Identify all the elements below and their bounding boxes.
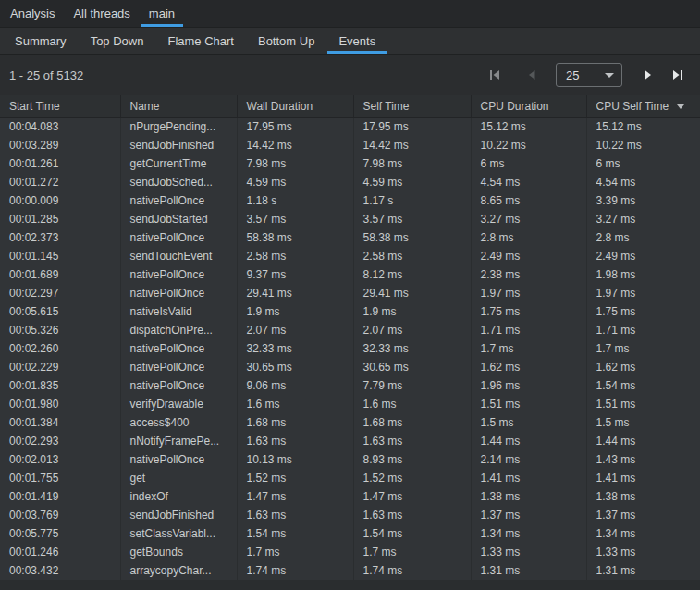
table-cell: 1.63 ms xyxy=(237,506,353,524)
table-cell: 00:04.083 xyxy=(0,117,120,136)
column-header-wall-duration[interactable]: Wall Duration xyxy=(237,95,353,117)
table-row[interactable]: 00:02.373nativePollOnce58.38 ms58.38 ms2… xyxy=(0,228,700,247)
table-cell: nativePollOnce xyxy=(120,358,237,376)
table-cell: 8.12 ms xyxy=(353,265,471,284)
table-cell: 1.54 ms xyxy=(237,524,353,543)
table-cell: 1.71 ms xyxy=(471,321,586,339)
table-cell: 1.17 s xyxy=(353,191,471,210)
table-row[interactable]: 00:01.755get1.52 ms1.52 ms1.41 ms1.41 ms xyxy=(0,469,700,487)
table-row[interactable]: 00:02.229nativePollOnce30.65 ms30.65 ms1… xyxy=(0,358,700,376)
chevron-down-icon xyxy=(605,73,614,78)
page-size-dropdown[interactable]: 25 xyxy=(556,63,622,87)
table-cell: 1.5 ms xyxy=(471,413,586,432)
table-cell: 1.97 ms xyxy=(586,284,700,302)
column-header-self-time[interactable]: Self Time xyxy=(353,95,471,117)
table-cell: 00:03.769 xyxy=(0,506,120,524)
tab-main[interactable]: main xyxy=(141,0,183,27)
table-cell: 30.65 ms xyxy=(237,358,353,376)
table-cell: 4.54 ms xyxy=(586,173,700,191)
table-row[interactable]: 00:01.689nativePollOnce9.37 ms8.12 ms2.3… xyxy=(0,265,700,284)
table-cell: nativePollOnce xyxy=(120,265,237,284)
table-row[interactable]: 00:00.009nativePollOnce1.18 s1.17 s8.65 … xyxy=(0,191,700,210)
table-cell: 17.95 ms xyxy=(353,117,471,136)
table-cell: 10.22 ms xyxy=(471,136,586,154)
table-cell: 00:02.260 xyxy=(0,339,120,358)
table-row[interactable]: 00:03.289sendJobFinished14.42 ms14.42 ms… xyxy=(0,136,700,154)
table-cell: 7.98 ms xyxy=(353,154,471,173)
table-cell: 00:00.009 xyxy=(0,191,120,210)
tab-all-threads[interactable]: All threads xyxy=(65,0,138,27)
table-cell: nativeIsValid xyxy=(120,302,237,321)
table-cell: 1.44 ms xyxy=(586,432,700,450)
table-cell: 1.6 ms xyxy=(237,395,353,413)
table-row[interactable]: 00:05.615nativeIsValid1.9 ms1.9 ms1.75 m… xyxy=(0,302,700,321)
table-cell: 1.44 ms xyxy=(471,432,586,450)
column-header-cpu-duration[interactable]: CPU Duration xyxy=(471,95,586,117)
table-cell: getCurrentTime xyxy=(120,154,237,173)
table-cell: 1.7 ms xyxy=(471,339,586,358)
table-cell: 1.68 ms xyxy=(353,413,471,432)
table-cell: 1.7 ms xyxy=(353,543,471,561)
tab-analysis[interactable]: Analysis xyxy=(2,0,63,27)
table-cell: 00:01.835 xyxy=(0,376,120,395)
table-row[interactable]: 00:01.419indexOf1.47 ms1.47 ms1.38 ms1.3… xyxy=(0,487,700,506)
table-cell: 58.38 ms xyxy=(353,228,471,247)
table-row[interactable]: 00:01.261getCurrentTime7.98 ms7.98 ms6 m… xyxy=(0,154,700,173)
table-cell: 29.41 ms xyxy=(237,284,353,302)
table-cell: 00:01.246 xyxy=(0,543,120,561)
table-row[interactable]: 00:01.980verifyDrawable1.6 ms1.6 ms1.51 … xyxy=(0,395,700,413)
table-row[interactable]: 00:05.775setClassVariabl...1.54 ms1.54 m… xyxy=(0,524,700,543)
table-cell: 1.54 ms xyxy=(586,376,700,395)
table-row[interactable]: 00:05.326dispatchOnPre...2.07 ms2.07 ms1… xyxy=(0,321,700,339)
table-cell: 1.62 ms xyxy=(471,358,586,376)
table-row[interactable]: 00:02.260nativePollOnce32.33 ms32.33 ms1… xyxy=(0,339,700,358)
table-row[interactable]: 00:02.013nativePollOnce10.13 ms8.93 ms2.… xyxy=(0,450,700,469)
table-row[interactable]: 00:01.145sendTouchEvent2.58 ms2.58 ms2.4… xyxy=(0,247,700,265)
last-page-button[interactable] xyxy=(667,64,689,86)
table-cell: 14.42 ms xyxy=(237,136,353,154)
column-header-cpu-self-time-label: CPU Self Time xyxy=(596,100,669,113)
table-row[interactable]: 00:01.246getBounds1.7 ms1.7 ms1.33 ms1.3… xyxy=(0,543,700,561)
tab-bottom-up[interactable]: Bottom Up xyxy=(247,28,325,54)
table-cell: 1.52 ms xyxy=(237,469,353,487)
table-row[interactable]: 00:01.835nativePollOnce9.06 ms7.79 ms1.9… xyxy=(0,376,700,395)
tab-top-down[interactable]: Top Down xyxy=(80,28,155,54)
tab-events[interactable]: Events xyxy=(327,28,387,54)
column-header-cpu-self-time[interactable]: CPU Self Time xyxy=(586,95,700,117)
table-cell: 00:03.432 xyxy=(0,561,120,580)
table-cell: 1.41 ms xyxy=(586,469,700,487)
tab-flame-chart[interactable]: Flame Chart xyxy=(156,28,245,54)
previous-page-button[interactable] xyxy=(521,64,543,86)
table-cell: 1.47 ms xyxy=(237,487,353,506)
column-header-start-time[interactable]: Start Time xyxy=(0,95,120,117)
table-cell: 1.52 ms xyxy=(353,469,471,487)
table-cell: 00:01.384 xyxy=(0,413,120,432)
table-cell: 1.47 ms xyxy=(353,487,471,506)
table-row[interactable]: 00:04.083nPurgePending...17.95 ms17.95 m… xyxy=(0,117,700,136)
tab-summary[interactable]: Summary xyxy=(4,28,78,54)
table-cell: 00:02.013 xyxy=(0,450,120,469)
table-cell: 1.5 ms xyxy=(586,413,700,432)
table-row[interactable]: 00:02.297nativePollOnce29.41 ms29.41 ms1… xyxy=(0,284,700,302)
table-cell: 1.37 ms xyxy=(471,506,586,524)
table-row[interactable]: 00:01.384access$4001.68 ms1.68 ms1.5 ms1… xyxy=(0,413,700,432)
events-table: Start Time Name Wall Duration Self Time … xyxy=(0,95,700,580)
table-row[interactable]: 00:01.285sendJobStarted3.57 ms3.57 ms3.2… xyxy=(0,210,700,228)
table-cell: get xyxy=(120,469,237,487)
table-cell: 1.34 ms xyxy=(586,524,700,543)
table-cell: 2.58 ms xyxy=(237,247,353,265)
table-row[interactable]: 00:01.272sendJobSched...4.59 ms4.59 ms4.… xyxy=(0,173,700,191)
column-header-name[interactable]: Name xyxy=(120,95,237,117)
table-cell: 7.79 ms xyxy=(353,376,471,395)
table-cell: access$400 xyxy=(120,413,237,432)
first-page-button[interactable] xyxy=(484,64,506,86)
table-cell: 1.37 ms xyxy=(586,506,700,524)
table-cell: 2.38 ms xyxy=(471,265,586,284)
table-row[interactable]: 00:03.432arraycopyChar...1.74 ms1.74 ms1… xyxy=(0,561,700,580)
table-cell: 10.22 ms xyxy=(586,136,700,154)
next-page-button[interactable] xyxy=(637,64,659,86)
table-row[interactable]: 00:02.293nNotifyFramePe...1.63 ms1.63 ms… xyxy=(0,432,700,450)
table-row[interactable]: 00:03.769sendJobFinished1.63 ms1.63 ms1.… xyxy=(0,506,700,524)
table-cell: 00:01.272 xyxy=(0,173,120,191)
table-cell: 30.65 ms xyxy=(353,358,471,376)
